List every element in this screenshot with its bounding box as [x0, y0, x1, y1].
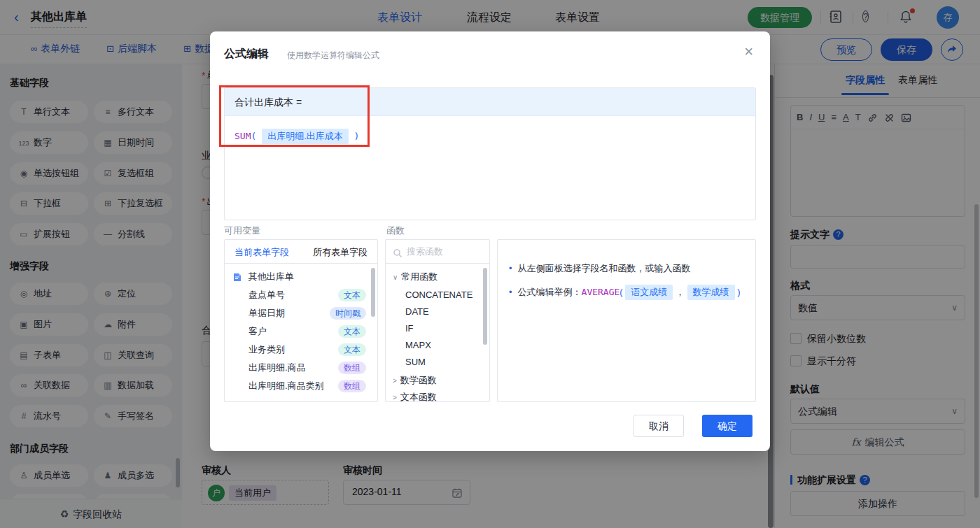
close-icon[interactable]: ×: [744, 44, 753, 59]
tree-root[interactable]: 其他出库单: [225, 268, 377, 286]
variables-panel: 当前表单字段 所有表单字段 其他出库单 盘点单号文本 单据日期时间戳 客户文本 …: [224, 239, 378, 402]
variable-row[interactable]: 客户文本: [225, 322, 377, 341]
variable-row[interactable]: 单据日期时间戳: [225, 304, 377, 322]
search-icon: [393, 246, 402, 259]
function-item[interactable]: SUM: [386, 353, 489, 371]
variable-row[interactable]: 出库明细.商品数组: [225, 359, 377, 377]
chevron-right-icon: >: [393, 394, 397, 401]
chevron-down-icon: ∨: [393, 273, 398, 281]
function-group-common[interactable]: ∨常用函数: [386, 268, 489, 286]
tab-all-form-fields[interactable]: 所有表单字段: [313, 246, 368, 259]
function-keyword: SUM: [234, 131, 251, 141]
function-item[interactable]: MAPX: [386, 336, 489, 355]
formula-expression[interactable]: SUM( 出库明细.出库成本 ): [225, 116, 755, 157]
function-search[interactable]: 搜索函数: [386, 240, 489, 264]
variable-row[interactable]: 出库明细.商品类别数组: [225, 377, 377, 395]
function-group-math[interactable]: >数学函数: [386, 371, 489, 390]
variable-row[interactable]: 盘点单号文本: [225, 286, 377, 304]
tab-current-form-fields[interactable]: 当前表单字段: [234, 246, 289, 259]
field-chip[interactable]: 出库明细.出库成本: [262, 129, 349, 144]
variables-tabs: 当前表单字段 所有表单字段: [225, 240, 377, 264]
variables-label: 可用变量: [224, 224, 260, 237]
modal-title: 公式编辑: [224, 47, 269, 62]
type-tag: 文本: [338, 343, 366, 356]
formula-editor[interactable]: 合计出库成本 = SUM( 出库明细.出库成本 ): [224, 87, 756, 220]
function-keyword: AVERAGE: [582, 287, 620, 297]
example-chip: 数学成绩: [687, 285, 735, 300]
functions-scrollbar[interactable]: [483, 268, 487, 345]
function-group-text[interactable]: >文本函数: [386, 388, 489, 402]
type-tag: 时间戳: [330, 307, 366, 320]
function-item[interactable]: CONCATENATE: [386, 286, 489, 304]
variables-scrollbar[interactable]: [371, 268, 375, 317]
formula-edit-modal: 公式编辑 使用数学运算符编辑公式 × 合计出库成本 = SUM( 出库明细.出库…: [210, 31, 770, 451]
functions-label: 函数: [386, 224, 405, 237]
variable-row[interactable]: 业务类别文本: [225, 341, 377, 359]
hint-line-1: •从左侧面板选择字段名和函数，或输入函数: [509, 262, 747, 275]
function-item[interactable]: IF: [386, 320, 489, 338]
type-tag: 数组: [338, 380, 366, 392]
type-tag: 文本: [338, 325, 366, 338]
type-tag: 数组: [338, 362, 366, 374]
formula-target-row: 合计出库成本 =: [225, 88, 755, 116]
search-placeholder: 搜索函数: [407, 245, 443, 258]
confirm-button[interactable]: 确定: [702, 415, 752, 437]
hint-line-2: •公式编辑举例：AVERAGE( 语文成绩 ， 数学成绩 ): [509, 285, 747, 300]
cancel-button[interactable]: 取消: [634, 415, 684, 437]
chevron-right-icon: >: [393, 377, 397, 385]
type-tag: 文本: [338, 289, 366, 301]
form-doc-icon: [233, 271, 241, 282]
example-chip: 语文成绩: [625, 285, 673, 300]
modal-subtitle: 使用数学运算符编辑公式: [287, 50, 379, 62]
hint-panel: •从左侧面板选择字段名和函数，或输入函数 •公式编辑举例：AVERAGE( 语文…: [497, 239, 756, 402]
functions-panel: 搜索函数 ∨常用函数 CONCATENATE DATE IF MAPX SUM …: [385, 239, 490, 402]
function-item[interactable]: DATE: [386, 303, 489, 321]
